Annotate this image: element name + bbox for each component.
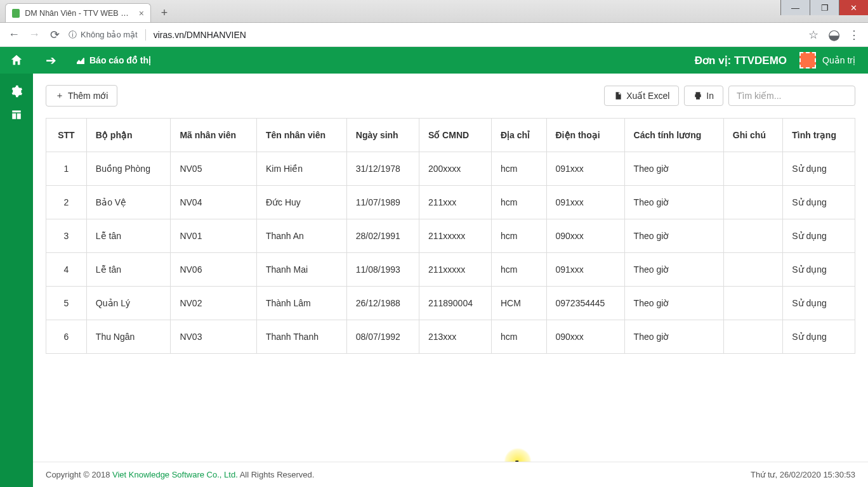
cell-tinhtrang: Sử dụng	[783, 152, 855, 186]
cell-tinhtrang: Sử dụng	[783, 253, 855, 287]
close-tab-icon[interactable]: ×	[139, 9, 144, 18]
cell-diachi: hcm	[491, 253, 546, 287]
col-dienthoai[interactable]: Điện thoại	[546, 119, 624, 152]
cell-manv: NV04	[171, 186, 257, 219]
cell-bophan: Bảo Vệ	[86, 186, 171, 219]
cell-tinhtrang: Sử dụng	[783, 320, 855, 354]
copyright: Copyright © 2018 Viet Knowledge Software…	[46, 470, 314, 479]
report-label: Báo cáo đồ thị	[89, 55, 151, 65]
cell-cmnd: 211xxx	[419, 186, 491, 219]
cell-dienthoai: 091xxx	[546, 253, 624, 287]
avatar	[799, 52, 816, 68]
cell-stt: 1	[46, 152, 87, 186]
cell-diachi: hcm	[491, 219, 546, 253]
cell-stt: 3	[46, 219, 87, 253]
plus-icon: ＋	[55, 90, 64, 101]
sidebar-home[interactable]	[0, 47, 33, 74]
col-manv[interactable]: Mã nhân viên	[171, 119, 257, 152]
cell-luong: Theo giờ	[624, 287, 723, 320]
toggle-sidebar-icon[interactable]: ➔	[46, 53, 56, 68]
table-row[interactable]: 6Thu NgânNV03Thanh Thanh08/07/1992213xxx…	[46, 320, 855, 354]
export-excel-button[interactable]: Xuất Excel	[604, 86, 679, 106]
security-status[interactable]: ⓘ Không bảo mật	[69, 29, 138, 41]
col-tennv[interactable]: Tên nhân viên	[256, 119, 346, 152]
browser-tab-strip: DM Nhân Viên - TTV WEB RESO... × + — ❐ ✕	[0, 0, 868, 23]
reload-icon[interactable]: ⟳	[48, 28, 61, 42]
add-button[interactable]: ＋ Thêm mới	[46, 85, 117, 107]
cell-bophan: Lễ tân	[86, 219, 171, 253]
cell-stt: 5	[46, 287, 87, 320]
window-controls: — ❐ ✕	[780, 0, 868, 15]
cell-cmnd: 211890004	[419, 287, 491, 320]
cell-stt: 2	[46, 186, 87, 219]
cell-ngaysinh: 08/07/1992	[346, 320, 419, 354]
cell-diachi: hcm	[491, 320, 546, 354]
new-tab-button[interactable]: +	[156, 4, 173, 21]
back-icon[interactable]: ←	[8, 28, 20, 41]
table-row[interactable]: 3Lễ tânNV01Thanh An28/02/1991211xxxxxhcm…	[46, 219, 855, 253]
col-ghichu[interactable]: Ghi chú	[723, 119, 782, 152]
cell-tinhtrang: Sử dụng	[783, 219, 855, 253]
cell-tinhtrang: Sử dụng	[783, 287, 855, 320]
col-ngaysinh[interactable]: Ngày sinh	[346, 119, 419, 152]
col-tinhtrang[interactable]: Tình trạng	[783, 119, 855, 152]
forward-icon[interactable]: →	[28, 28, 41, 41]
cell-tennv: Thanh Thanh	[256, 320, 346, 354]
print-label: In	[706, 91, 714, 101]
table-icon[interactable]	[11, 109, 22, 120]
window-close-button[interactable]: ✕	[839, 0, 868, 15]
cell-luong: Theo giờ	[624, 186, 723, 219]
cell-ngaysinh: 11/07/1989	[346, 186, 419, 219]
report-menu[interactable]: Báo cáo đồ thị	[76, 55, 151, 65]
search-input[interactable]	[728, 86, 855, 106]
cell-tennv: Thành Lâm	[256, 287, 346, 320]
col-bophan[interactable]: Bộ phận	[86, 119, 171, 152]
home-icon	[10, 53, 23, 67]
sidebar	[0, 47, 33, 487]
cogs-icon[interactable]	[10, 85, 23, 98]
chart-icon	[76, 55, 86, 65]
profile-icon[interactable]: ◒	[827, 27, 840, 43]
star-icon[interactable]: ☆	[807, 28, 820, 42]
content: ＋ Thêm mới Xuất Excel In	[33, 74, 868, 462]
window-minimize-button[interactable]: —	[780, 0, 810, 15]
cell-luong: Theo giờ	[624, 253, 723, 287]
window-maximize-button[interactable]: ❐	[810, 0, 839, 15]
cell-tinhtrang: Sử dụng	[783, 186, 855, 219]
col-stt[interactable]: STT	[46, 119, 87, 152]
cell-luong: Theo giờ	[624, 219, 723, 253]
table-row[interactable]: 1Buồng PhòngNV05Kim Hiền31/12/1978200xxx…	[46, 152, 855, 186]
col-luong[interactable]: Cách tính lương	[624, 119, 723, 152]
cell-bophan: Quản Lý	[86, 287, 171, 320]
security-label: Không bảo mật	[81, 30, 138, 39]
user-name: Quản trị	[822, 55, 855, 65]
cell-diachi: hcm	[491, 152, 546, 186]
table-row[interactable]: 2Bảo VệNV04Đức Huy11/07/1989211xxxhcm091…	[46, 186, 855, 219]
cell-ghichu	[723, 287, 782, 320]
col-diachi[interactable]: Địa chỉ	[491, 119, 546, 152]
cell-ghichu	[723, 253, 782, 287]
cell-bophan: Thu Ngân	[86, 320, 171, 354]
cell-manv: NV01	[171, 219, 257, 253]
footer: Copyright © 2018 Viet Knowledge Software…	[33, 462, 868, 487]
cell-stt: 6	[46, 320, 87, 354]
unit-label: Đơn vị: TTVDEMO	[695, 54, 787, 67]
cell-diachi: hcm	[491, 186, 546, 219]
url-text[interactable]: viras.vn/DMNHANVIEN	[154, 30, 246, 40]
cell-dienthoai: 090xxx	[546, 219, 624, 253]
col-cmnd[interactable]: Số CMND	[419, 119, 491, 152]
cell-ngaysinh: 26/12/1988	[346, 287, 419, 320]
table-row[interactable]: 5Quản LýNV02Thành Lâm26/12/1988211890004…	[46, 287, 855, 320]
company-link[interactable]: Viet Knowledge Software Co., Ltd.	[112, 470, 238, 479]
table-row[interactable]: 4Lễ tânNV06Thanh Mai11/08/1993211xxxxxhc…	[46, 253, 855, 287]
browser-tab-active[interactable]: DM Nhân Viên - TTV WEB RESO... ×	[5, 3, 151, 22]
user-menu[interactable]: Quản trị	[799, 52, 855, 68]
cell-tennv: Kim Hiền	[256, 152, 346, 186]
cell-dienthoai: 090xxx	[546, 320, 624, 354]
table-header-row: STT Bộ phận Mã nhân viên Tên nhân viên N…	[46, 119, 855, 152]
cell-manv: NV03	[171, 320, 257, 354]
cell-cmnd: 211xxxxx	[419, 253, 491, 287]
menu-icon[interactable]: ⋮	[848, 28, 860, 42]
cursor-icon: ↖	[514, 457, 522, 462]
print-button[interactable]: In	[684, 86, 723, 106]
